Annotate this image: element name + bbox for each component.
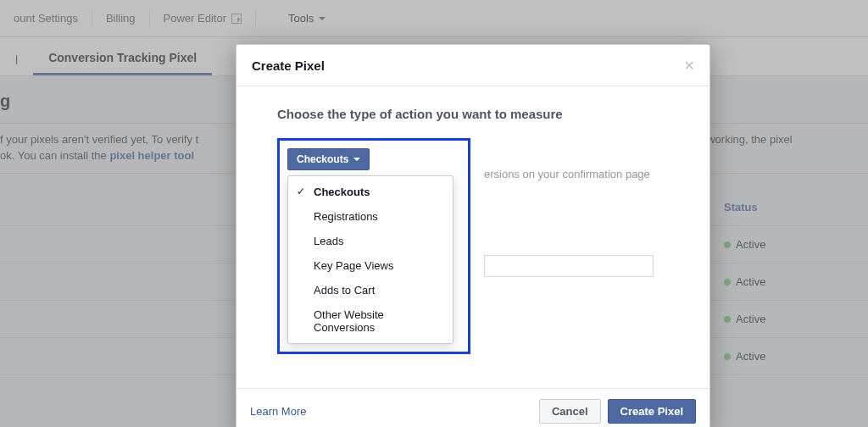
modal-subtitle: Choose the type of action you want to me… xyxy=(277,107,669,121)
modal-body: Choose the type of action you want to me… xyxy=(236,86,709,388)
dropdown-option-adds-to-cart[interactable]: Adds to Cart xyxy=(288,278,453,302)
dropdown-option-registrations[interactable]: Registrations xyxy=(288,204,453,229)
modal-title: Create Pixel xyxy=(252,58,325,73)
modal-header: Create Pixel × xyxy=(236,45,709,86)
create-pixel-modal: Create Pixel × Choose the type of action… xyxy=(236,44,710,427)
close-icon[interactable]: × xyxy=(684,57,694,74)
cancel-button[interactable]: Cancel xyxy=(539,399,601,424)
dropdown-option-checkouts[interactable]: Checkouts xyxy=(288,180,453,204)
category-dropdown-menu: Checkouts Registrations Leads Key Page V… xyxy=(287,175,453,344)
category-highlight-box: Checkouts Checkouts Registrations Leads … xyxy=(277,138,470,354)
dropdown-option-key-page-views[interactable]: Key Page Views xyxy=(288,253,453,278)
category-hint-text: ersions on your confirmation page xyxy=(484,168,650,180)
dropdown-option-other-website-conversions[interactable]: Other Website Conversions xyxy=(288,302,453,340)
create-pixel-button[interactable]: Create Pixel xyxy=(608,399,696,424)
modal-footer: Learn More Cancel Create Pixel xyxy=(236,388,709,427)
dropdown-option-leads[interactable]: Leads xyxy=(288,229,453,253)
category-dropdown-button[interactable]: Checkouts xyxy=(287,148,370,170)
learn-more-link[interactable]: Learn More xyxy=(250,405,306,418)
pixel-name-input[interactable] xyxy=(484,255,654,277)
